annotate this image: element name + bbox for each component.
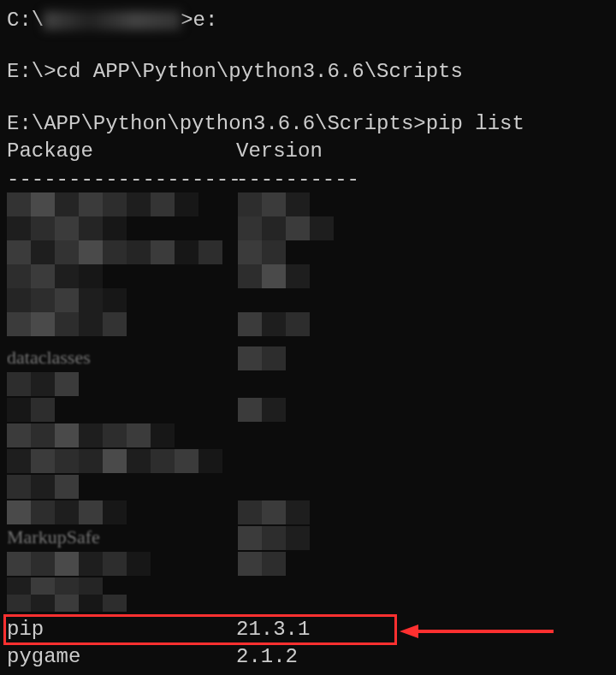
svg-rect-9	[262, 192, 286, 216]
svg-rect-77	[7, 475, 31, 499]
header-version: Version	[236, 138, 323, 165]
svg-rect-61	[7, 423, 31, 447]
svg-rect-108	[103, 595, 127, 612]
svg-rect-23	[79, 240, 103, 264]
svg-rect-22	[55, 240, 79, 264]
svg-rect-81	[31, 500, 55, 524]
prompt-line-3: E:\APP\Python\python3.6.6\Scripts>pip li…	[7, 110, 609, 138]
svg-rect-67	[151, 423, 175, 447]
svg-rect-24	[103, 240, 127, 264]
svg-rect-25	[127, 240, 151, 264]
svg-rect-56	[55, 372, 79, 396]
svg-rect-47	[103, 312, 127, 336]
svg-rect-74	[151, 449, 175, 473]
svg-rect-99	[262, 552, 286, 576]
svg-rect-27	[175, 240, 198, 264]
svg-rect-14	[79, 216, 103, 240]
svg-rect-57	[7, 398, 31, 422]
svg-rect-66	[127, 423, 151, 447]
package-version: 21.3.1	[236, 616, 310, 643]
svg-rect-62	[31, 423, 55, 447]
svg-rect-107	[79, 595, 103, 612]
svg-rect-48	[238, 312, 262, 336]
svg-rect-65	[103, 423, 127, 447]
svg-rect-87	[286, 500, 310, 524]
svg-rect-39	[31, 288, 55, 312]
svg-rect-6	[151, 192, 175, 216]
svg-rect-73	[127, 449, 151, 473]
svg-rect-11	[7, 216, 31, 240]
svg-rect-92	[7, 552, 31, 576]
svg-rect-97	[127, 552, 151, 576]
svg-rect-63	[55, 423, 79, 447]
svg-rect-32	[31, 264, 55, 288]
prompt-line-2: E:\>cd APP\Python\python3.6.6\Scripts	[7, 58, 609, 86]
svg-rect-15	[103, 216, 127, 240]
svg-rect-8	[238, 192, 262, 216]
svg-rect-89	[238, 526, 262, 550]
svg-rect-106	[55, 595, 79, 612]
svg-rect-91	[286, 526, 310, 550]
table-header: Package Version	[7, 138, 609, 165]
table-divider: ------------------- ----------	[7, 166, 609, 193]
arrow-icon	[400, 623, 554, 648]
svg-marker-110	[400, 625, 418, 638]
svg-rect-26	[151, 240, 175, 264]
svg-rect-60	[262, 398, 286, 422]
svg-rect-53	[262, 346, 286, 370]
svg-rect-34	[79, 264, 103, 288]
svg-rect-52	[238, 346, 262, 370]
svg-rect-105	[31, 595, 55, 612]
svg-rect-69	[31, 449, 55, 473]
svg-rect-94	[55, 552, 79, 576]
table-row: pygame 2.1.2	[7, 643, 310, 671]
svg-rect-0	[7, 192, 31, 216]
svg-rect-10	[286, 192, 310, 216]
svg-rect-1	[31, 192, 55, 216]
svg-rect-54	[7, 372, 31, 396]
svg-rect-93	[31, 552, 55, 576]
package-name: pygame	[7, 643, 236, 671]
svg-rect-33	[55, 264, 79, 288]
svg-rect-59	[238, 398, 262, 422]
svg-rect-64	[79, 423, 103, 447]
svg-rect-35	[238, 264, 262, 288]
svg-rect-90	[262, 526, 286, 550]
svg-rect-104	[7, 595, 31, 612]
svg-rect-50	[286, 312, 310, 336]
svg-rect-84	[103, 500, 127, 524]
package-version: 2.1.2	[236, 643, 298, 671]
svg-rect-41	[79, 288, 103, 312]
svg-rect-20	[7, 240, 31, 264]
svg-rect-16	[238, 216, 262, 240]
svg-rect-44	[31, 312, 55, 336]
svg-rect-55	[31, 372, 55, 396]
svg-rect-46	[79, 312, 103, 336]
svg-rect-29	[238, 240, 262, 264]
svg-rect-43	[7, 312, 31, 336]
svg-rect-68	[7, 449, 31, 473]
header-package: Package	[7, 138, 236, 165]
package-name: pip	[7, 616, 236, 643]
svg-rect-4	[103, 192, 127, 216]
svg-rect-78	[31, 475, 55, 499]
svg-rect-19	[310, 216, 334, 240]
svg-rect-49	[262, 312, 286, 336]
svg-rect-13	[55, 216, 79, 240]
svg-rect-80	[7, 500, 31, 524]
svg-rect-83	[79, 500, 103, 524]
svg-text:MarkupSafe: MarkupSafe	[7, 526, 100, 548]
svg-rect-72	[103, 449, 127, 473]
table-row: pip 21.3.1	[7, 616, 310, 643]
svg-rect-75	[175, 449, 198, 473]
svg-rect-12	[31, 216, 55, 240]
svg-rect-5	[127, 192, 151, 216]
svg-rect-58	[31, 398, 55, 422]
svg-rect-42	[103, 288, 127, 312]
svg-rect-38	[7, 288, 31, 312]
svg-rect-96	[103, 552, 127, 576]
svg-rect-7	[175, 192, 198, 216]
svg-rect-82	[55, 500, 79, 524]
svg-rect-37	[286, 264, 310, 288]
svg-rect-3	[79, 192, 103, 216]
